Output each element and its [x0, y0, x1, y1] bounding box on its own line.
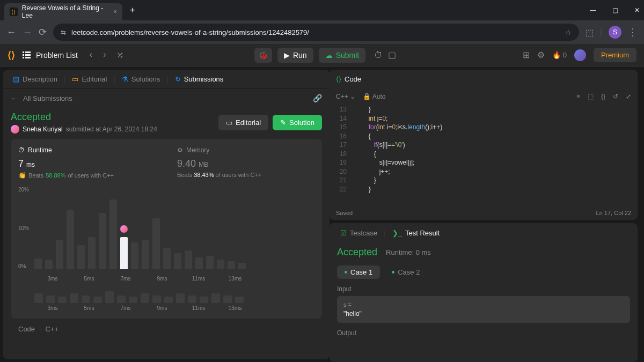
- timer-icon[interactable]: ⏱: [374, 50, 383, 60]
- book-icon: ▭: [226, 119, 232, 127]
- submit-button[interactable]: ☁Submit: [319, 48, 366, 63]
- case-2-tab[interactable]: Case 2: [384, 265, 427, 279]
- memory-stat[interactable]: ⚙Memory 9.40 MB Beats 38.43% of users wi…: [177, 146, 314, 179]
- link-icon[interactable]: 🔗: [313, 94, 322, 102]
- tab-testcase[interactable]: ☑Testcase: [336, 227, 382, 239]
- premium-button[interactable]: Premium: [594, 48, 636, 62]
- terminal-icon: ❯_: [392, 229, 402, 237]
- minimize-icon[interactable]: —: [590, 6, 596, 14]
- address-bar: ← → ⟳ ⇆ leetcode.com/problems/reverse-vo…: [0, 20, 644, 44]
- author-row: Sneha Kuriyal submitted at Apr 26, 2024 …: [11, 125, 157, 134]
- mini-chart: [18, 287, 314, 303]
- author-avatar[interactable]: [11, 125, 19, 134]
- test-status: Accepted: [337, 247, 377, 258]
- document-icon: ▤: [13, 75, 19, 83]
- url-text: leetcode.com/problems/reverse-vowels-of-…: [71, 28, 309, 36]
- back-icon[interactable]: ←: [6, 27, 16, 38]
- flask-icon: ⚗: [122, 75, 128, 83]
- edit-icon: ✎: [280, 119, 286, 127]
- case-1-tab[interactable]: Case 1: [337, 265, 380, 279]
- tab-description[interactable]: ▤Description: [9, 73, 62, 85]
- new-tab-icon[interactable]: +: [130, 5, 135, 15]
- site-info-icon[interactable]: ⇆: [61, 28, 66, 36]
- braces-icon[interactable]: {}: [601, 93, 605, 100]
- stats-card: ⏱Runtime 7 ms 👏Beats 58.88% of users wit…: [11, 139, 322, 319]
- dashboard-icon[interactable]: ⊞: [523, 50, 530, 60]
- tab-solutions[interactable]: ⚗Solutions: [118, 73, 164, 85]
- bookmark-icon[interactable]: ⬚: [588, 93, 594, 100]
- leetcode-logo-icon[interactable]: ⟨⟩: [8, 49, 15, 61]
- test-runtime: Runtime: 0 ms: [386, 248, 431, 256]
- input-value-box: s = "hello": [337, 296, 630, 323]
- solution-button[interactable]: ✎Solution: [273, 115, 322, 130]
- code-footer: Code|C++: [11, 319, 322, 339]
- runtime-stat[interactable]: ⏱Runtime 7 ms 👏Beats 58.88% of users wit…: [18, 146, 156, 179]
- url-input[interactable]: ⇆ leetcode.com/problems/reverse-vowels-o…: [53, 24, 579, 41]
- clock-icon: ⏱: [18, 146, 25, 154]
- play-icon: ▶: [284, 51, 290, 60]
- output-label: Output: [337, 329, 630, 337]
- save-status: Saved: [336, 210, 353, 216]
- clap-icon: 👏: [18, 172, 26, 179]
- cloud-upload-icon: ☁: [325, 51, 333, 60]
- left-tabs: ▤Description | ▭Editorial | ⚗Solutions |…: [3, 70, 330, 89]
- prev-problem-icon[interactable]: ‹: [85, 48, 97, 62]
- code-icon: ⟨⟩: [336, 75, 341, 83]
- star-icon[interactable]: ☆: [565, 28, 572, 36]
- editorial-button[interactable]: ▭Editorial: [218, 115, 268, 130]
- runtime-distribution-chart: 20%10%0%: [18, 187, 314, 272]
- debug-button[interactable]: 🐞: [254, 48, 272, 63]
- browser-titlebar: ⟨⟩ Reverse Vowels of a String - Lee × + …: [0, 0, 644, 20]
- user-avatar[interactable]: [574, 49, 586, 61]
- fullscreen-icon[interactable]: ⤢: [626, 93, 631, 100]
- run-button[interactable]: ▶Run: [277, 48, 313, 63]
- format-icon[interactable]: ≡: [576, 93, 580, 100]
- tab-testresult[interactable]: ❯_Test Result: [388, 227, 444, 239]
- next-problem-icon[interactable]: ›: [99, 48, 110, 62]
- reload-icon[interactable]: ⟳: [39, 26, 47, 38]
- chip-icon: ⚙: [177, 146, 183, 154]
- reset-icon[interactable]: ↺: [613, 93, 618, 100]
- code-pane: ⟨⟩Code C++ ⌄ 🔒 Auto ≡ ⬚ {} ↺ ⤢ 131415161…: [330, 70, 638, 220]
- tab-title: Reverse Vowels of a String - Lee: [22, 4, 109, 19]
- profile-avatar[interactable]: S: [609, 26, 621, 39]
- cursor-position: Ln 17, Col 22: [596, 210, 631, 216]
- all-submissions-back[interactable]: ← All Submissions: [11, 94, 72, 102]
- problem-list-button[interactable]: Problem List: [23, 51, 78, 60]
- fire-icon: 🔥: [552, 51, 561, 59]
- book-icon: ▭: [72, 75, 78, 83]
- close-window-icon[interactable]: ✕: [634, 6, 640, 14]
- submission-status: Accepted: [11, 112, 157, 123]
- input-label: Input: [337, 285, 630, 293]
- testresult-pane: ☑Testcase | ❯_Test Result Accepted Runti…: [330, 223, 638, 362]
- browser-tab[interactable]: ⟨⟩ Reverse Vowels of a String - Lee ×: [4, 3, 122, 20]
- extensions-icon[interactable]: ⬚: [586, 27, 594, 38]
- menu-icon[interactable]: ⋮: [628, 26, 638, 38]
- maximize-icon[interactable]: ▢: [612, 6, 618, 14]
- leetcode-toolbar: ⟨⟩ Problem List ‹ › ⤮ 🐞 ▶Run ☁Submit ⏱ ▢…: [0, 44, 644, 67]
- tab-editorial[interactable]: ▭Editorial: [68, 73, 111, 85]
- clock-icon: ↻: [175, 75, 181, 83]
- notes-icon[interactable]: ▢: [388, 50, 396, 60]
- list-icon: [23, 51, 31, 58]
- language-select[interactable]: C++ ⌄: [336, 93, 355, 100]
- code-editor[interactable]: 13141516171819202122 } int j=0; for(int …: [330, 105, 638, 206]
- lock-icon: 🔒: [363, 93, 371, 100]
- settings-icon[interactable]: ⚙: [537, 50, 545, 60]
- chevron-down-icon: ⌄: [350, 93, 355, 100]
- check-icon: ☑: [340, 229, 347, 237]
- shuffle-icon[interactable]: ⤮: [112, 48, 128, 62]
- auto-toggle[interactable]: 🔒 Auto: [363, 93, 385, 100]
- tab-submissions[interactable]: ↻Submissions: [171, 73, 228, 85]
- arrow-left-icon: ←: [11, 94, 18, 102]
- close-tab-icon[interactable]: ×: [113, 8, 117, 16]
- bug-icon: 🐞: [259, 51, 268, 60]
- leetcode-favicon: ⟨⟩: [10, 8, 18, 16]
- streak-counter[interactable]: 🔥0: [552, 51, 567, 59]
- forward-icon[interactable]: →: [23, 27, 32, 38]
